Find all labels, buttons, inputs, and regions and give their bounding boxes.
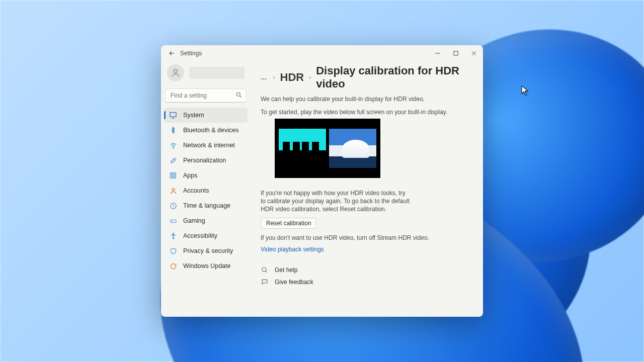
page-title: Display calibration for HDR video	[316, 64, 471, 90]
video-thumb-left	[279, 129, 326, 168]
sidebar-item-label: Personalization	[183, 157, 226, 164]
search-field[interactable]	[165, 88, 247, 103]
search-input[interactable]	[165, 88, 247, 103]
sidebar-item-network[interactable]: Network & internet	[164, 138, 248, 153]
svg-rect-5	[171, 173, 173, 175]
sidebar-item-bluetooth[interactable]: Bluetooth & devices	[164, 123, 248, 138]
svg-rect-7	[171, 176, 173, 178]
sidebar-item-label: Accessibility	[183, 232, 217, 239]
sidebar-item-personalization[interactable]: Personalization	[164, 153, 248, 168]
svg-point-12	[173, 233, 174, 234]
svg-rect-3	[170, 113, 176, 117]
left-panel: System Bluetooth & devices Network & int…	[161, 61, 251, 317]
accessibility-icon	[169, 232, 177, 240]
video-thumb-right	[329, 129, 376, 168]
get-help-link[interactable]: Get help	[261, 266, 471, 274]
maximize-button[interactable]	[447, 46, 465, 60]
svg-point-4	[173, 147, 173, 148]
svg-rect-8	[174, 176, 176, 178]
sidebar-item-apps[interactable]: Apps	[164, 168, 248, 183]
sidebar-item-label: Privacy & security	[183, 247, 233, 254]
howto-text: To get started, play the video below ful…	[261, 109, 471, 116]
system-icon	[169, 111, 177, 119]
person-icon	[169, 187, 177, 195]
clock-icon	[169, 202, 177, 210]
sidebar-item-label: Bluetooth & devices	[183, 127, 239, 134]
sidebar-item-update[interactable]: Windows Update	[164, 258, 248, 274]
window-title: Settings	[180, 50, 202, 57]
svg-point-1	[174, 69, 178, 73]
titlebar: Settings	[161, 45, 483, 61]
get-help-label: Get help	[275, 266, 297, 274]
brush-icon	[169, 156, 177, 164]
breadcrumb-ellipsis[interactable]: …	[261, 74, 268, 81]
chevron-right-icon: ›	[273, 74, 275, 81]
sidebar-item-privacy[interactable]: Privacy & security	[164, 243, 248, 258]
update-icon	[169, 262, 177, 270]
sidebar-item-label: Windows Update	[183, 262, 231, 269]
sidebar-item-time[interactable]: Time & language	[164, 198, 248, 213]
svg-rect-0	[454, 51, 458, 55]
avatar-icon	[167, 64, 184, 81]
sidebar-item-label: Time & language	[183, 202, 230, 209]
reset-calibration-button[interactable]: Reset calibration	[261, 218, 316, 229]
svg-rect-6	[174, 173, 176, 175]
help-icon	[261, 266, 269, 274]
chevron-right-icon: ›	[309, 74, 311, 81]
give-feedback-link[interactable]: Give feedback	[261, 278, 471, 286]
sidebar-item-label: System	[183, 112, 204, 119]
advice-text: If you're not happy with how your HDR vi…	[261, 189, 412, 214]
shield-icon	[169, 247, 177, 255]
cursor-icon	[521, 85, 528, 96]
account-name-redacted	[189, 67, 245, 79]
intro-text: We can help you calibrate your built-in …	[261, 96, 471, 103]
sidebar-item-label: Apps	[183, 172, 198, 179]
search-icon	[235, 92, 243, 101]
bluetooth-icon	[169, 126, 177, 134]
breadcrumb-hdr[interactable]: HDR	[280, 71, 304, 84]
feedback-icon	[261, 278, 269, 286]
account-header[interactable]	[164, 62, 248, 88]
sidebar-item-accounts[interactable]: Accounts	[164, 183, 248, 198]
sidebar-item-label: Accounts	[183, 187, 209, 194]
svg-point-13	[262, 267, 266, 272]
wifi-icon	[169, 141, 177, 149]
sidebar-item-label: Network & internet	[183, 142, 235, 149]
back-button[interactable]	[166, 47, 178, 59]
footer-links: Get help Give feedback	[261, 266, 471, 286]
svg-point-9	[172, 188, 175, 191]
give-feedback-label: Give feedback	[275, 279, 313, 286]
close-button[interactable]	[465, 46, 483, 60]
calibration-video-preview[interactable]	[275, 119, 380, 178]
video-playback-settings-link[interactable]: Video playback settings	[261, 246, 324, 253]
settings-window: Settings	[161, 45, 483, 317]
sidebar-item-label: Gaming	[183, 217, 205, 224]
sidebar-item-gaming[interactable]: Gaming	[164, 213, 248, 228]
breadcrumb: … › HDR › Display calibration for HDR vi…	[261, 64, 471, 90]
sidebar-nav: System Bluetooth & devices Network & int…	[164, 108, 248, 274]
apps-icon	[169, 171, 177, 179]
stream-off-text: If you don't want to use HDR video, turn…	[261, 234, 432, 242]
svg-rect-11	[170, 220, 176, 223]
minimize-button[interactable]	[429, 46, 447, 60]
game-icon	[169, 217, 177, 225]
svg-point-2	[236, 93, 240, 96]
sidebar-item-accessibility[interactable]: Accessibility	[164, 228, 248, 243]
content-panel: … › HDR › Display calibration for HDR vi…	[251, 61, 483, 317]
sidebar-item-system[interactable]: System	[164, 108, 248, 123]
